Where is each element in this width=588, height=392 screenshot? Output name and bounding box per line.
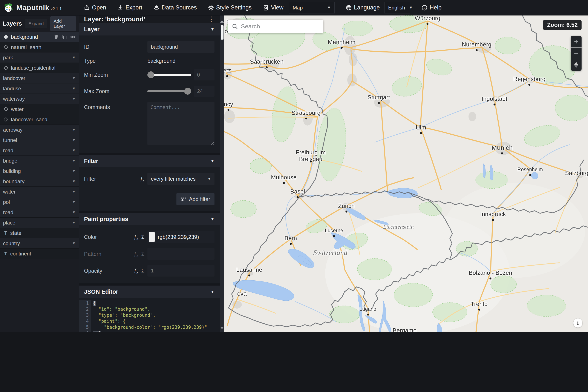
layer-group-label: aeroway (3, 127, 22, 133)
color-field[interactable]: rgb(239,239,239) (147, 231, 215, 243)
id-label: ID (84, 44, 133, 50)
layer-list-item-landuse_residential[interactable]: landuse_residential (0, 63, 79, 73)
json-line: 2 "id": "background", (79, 306, 220, 312)
max-zoom-slider[interactable] (147, 88, 191, 95)
scroll-up-arrow-icon[interactable] (220, 20, 224, 22)
layers-title: Layers (2, 20, 22, 27)
layer-list-item-landuse[interactable]: landuse▼ (0, 84, 79, 94)
chevron-down-icon: ▼ (72, 190, 76, 194)
attribution-info-button[interactable]: i (573, 318, 583, 328)
zoom-out-button[interactable]: − (571, 48, 582, 59)
opacity-row: Opacity ƒx Σ (79, 262, 220, 279)
app-version: v2.1.1 (50, 6, 62, 11)
layer-list-item-building[interactable]: building▼ (0, 166, 79, 176)
fx-icon[interactable]: ƒx (134, 268, 138, 274)
layer-list-item-country[interactable]: country▼ (0, 238, 79, 248)
section-filter-header[interactable]: Filter ▼ (79, 155, 220, 167)
map-city-dot (529, 84, 530, 86)
zoom-level-value: Zoom: 6.52 (547, 22, 578, 28)
trash-icon[interactable] (54, 34, 59, 40)
layer-group-label: landuse (3, 86, 21, 92)
filter-label: Filter (84, 176, 133, 182)
open-button[interactable]: Open (84, 4, 106, 11)
layer-list-item-aeroway[interactable]: aeroway▼ (0, 125, 79, 135)
pattern-input[interactable] (147, 248, 215, 260)
layer-list-item-bridge[interactable]: bridge▼ (0, 156, 79, 166)
help-label: Help (430, 4, 442, 11)
section-paint-header[interactable]: Paint properties ▼ (79, 213, 220, 225)
language-select[interactable]: English ▼ (384, 2, 410, 14)
section-json-header[interactable]: JSON Editor ▼ (79, 286, 220, 298)
editor-scrollbar[interactable] (220, 16, 224, 332)
chevron-down-icon: ▼ (72, 128, 76, 132)
layer-list-item-poi[interactable]: poi▼ (0, 197, 79, 207)
comments-textarea[interactable] (147, 102, 215, 145)
id-input[interactable] (147, 41, 215, 53)
layer-list-item-continent[interactable]: Tcontinent (0, 248, 79, 259)
help-button[interactable]: ? Help (421, 4, 442, 11)
map-search-box[interactable] (228, 20, 323, 33)
map-city-dot (501, 152, 503, 154)
layer-list-item-background[interactable]: background (0, 32, 79, 42)
expand-button[interactable]: Expand (25, 19, 47, 28)
eye-icon[interactable] (70, 34, 76, 40)
language-menu[interactable]: Language (346, 4, 380, 11)
maputnik-window: Maputnik v2.1.1 Open Export (0, 0, 588, 392)
layer-list-item-water[interactable]: water▼ (0, 187, 79, 197)
language-label: Language (354, 4, 380, 11)
duplicate-icon[interactable] (62, 34, 67, 40)
view-select[interactable]: Map ▼ (289, 2, 335, 14)
max-zoom-label: Max Zoom (84, 88, 133, 94)
scrollbar-thumb[interactable] (221, 25, 224, 40)
map-canvas[interactable]: bourgocWürzburgMannheimNurembergSaarbrüc… (224, 16, 588, 332)
scroll-down-arrow-icon[interactable] (220, 327, 224, 329)
section-layer-header[interactable]: Layer ▼ (79, 23, 220, 36)
add-layer-button[interactable]: Add Layer (50, 16, 76, 31)
map-city-dot (283, 182, 285, 184)
zoom-in-button[interactable]: + (571, 36, 582, 48)
layer-list-item-waterway[interactable]: waterway▼ (0, 94, 79, 104)
pattern-label: Pattern (84, 251, 133, 257)
layer-list-item-landcover_sand[interactable]: landcover_sand (0, 114, 79, 125)
fx-icon[interactable]: ƒx (134, 234, 138, 240)
export-button[interactable]: Export (117, 4, 142, 11)
layer-list-item-natural_earth[interactable]: natural_earth (0, 42, 79, 52)
id-row: ID (79, 38, 220, 55)
layer-list-item-landcover[interactable]: landcover▼ (0, 73, 79, 84)
add-filter-button[interactable]: Add filter (176, 193, 215, 205)
layer-list-item-place[interactable]: place▼ (0, 218, 79, 228)
map-city-dot (476, 49, 478, 51)
data-sources-button[interactable]: Data Sources (153, 4, 197, 11)
map-city-dot (378, 102, 380, 104)
layer-list-item-state[interactable]: Tstate (0, 228, 79, 238)
style-settings-button[interactable]: Style Settings (208, 4, 252, 11)
layer-editor-panel: Layer: 'background' ⋮ Layer ▼ ID (79, 16, 220, 332)
min-zoom-input[interactable] (194, 69, 215, 80)
min-zoom-slider[interactable] (147, 71, 191, 78)
layer-list-item-park[interactable]: park▼ (0, 52, 79, 63)
json-line: 3 "type": "background", (79, 312, 220, 318)
layer-list-item-boundary[interactable]: boundary▼ (0, 176, 79, 187)
search-input[interactable] (241, 23, 319, 30)
layer-list-item-water[interactable]: water (0, 104, 79, 114)
section-layer-body: ID Type background Min Zoom (79, 36, 220, 153)
section-paint: Paint properties ▼ Color ƒx Σ (79, 213, 220, 284)
map-city-dot (529, 174, 531, 176)
add-filter-label: Add filter (189, 196, 210, 202)
layer-list-item-road[interactable]: road▼ (0, 145, 79, 156)
layer-list-item-road[interactable]: road▼ (0, 207, 79, 218)
color-swatch[interactable] (149, 232, 155, 242)
layer-list-item-tunnel[interactable]: tunnel▼ (0, 135, 79, 145)
kebab-menu-icon[interactable]: ⋮ (208, 18, 215, 20)
view-menu[interactable]: View (263, 4, 284, 11)
filter-combinator-select[interactable]: every filter matches ▼ (147, 173, 215, 185)
sigma-icon[interactable]: Σ (141, 268, 144, 274)
opacity-input[interactable] (147, 265, 215, 276)
map-city-dot (248, 274, 250, 276)
max-zoom-input[interactable] (194, 86, 215, 97)
sigma-icon[interactable]: Σ (141, 234, 144, 240)
layer-group-label: building (3, 168, 21, 174)
fx-icon[interactable]: ƒx (140, 176, 144, 182)
layer-label: state (10, 230, 21, 236)
compass-button[interactable] (571, 59, 582, 71)
